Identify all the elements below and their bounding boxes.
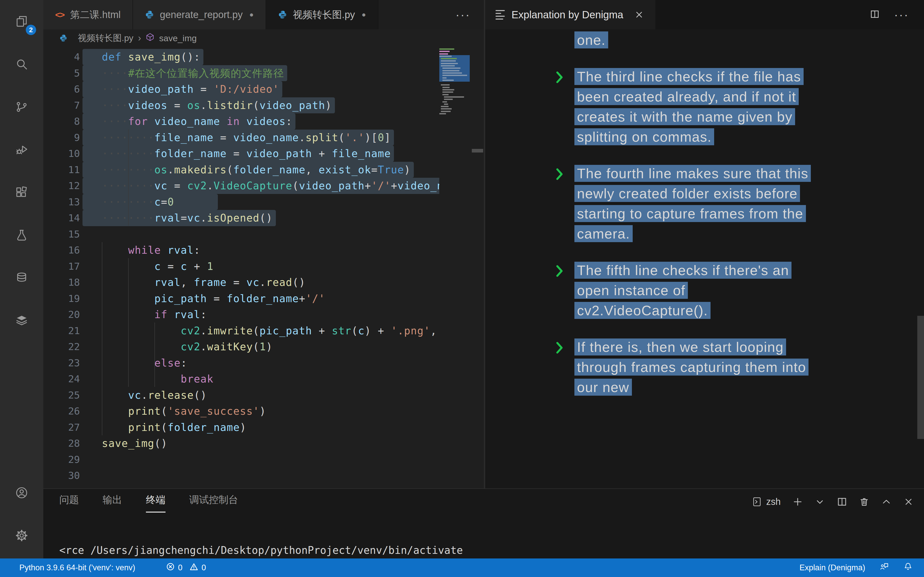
shell-label: zsh xyxy=(766,496,781,507)
indent-guide xyxy=(128,258,129,387)
code-line-10: 10········folder_name = video_path + fil… xyxy=(43,145,484,162)
active-terminal-zsh[interactable]: zsh xyxy=(752,496,781,507)
tab-generate_report.py[interactable]: generate_report.py● xyxy=(133,0,266,29)
activity-bar-item-layers[interactable] xyxy=(0,299,43,342)
indent-guide xyxy=(154,322,155,387)
symbol-namespace-icon xyxy=(146,33,154,44)
code-line-12: 12········vc = cv2.VideoCapture(video_pa… xyxy=(43,178,484,194)
explanation-paragraph: one. xyxy=(574,30,899,50)
bullet-chevron-icon xyxy=(554,69,565,84)
activity-bar-item-search[interactable] xyxy=(0,43,43,85)
tab-bar-tabs: <>第二课.htmlgenerate_report.py●视频转长图.py● xyxy=(43,0,378,29)
code-lines: 4def save_img():5····#在这个位置输入视频的文件路径6···… xyxy=(43,47,484,484)
explanation-paragraph: The third line checks if the file has be… xyxy=(574,66,899,147)
explanation-paragraph: The fifth line checks if there's an open… xyxy=(574,260,899,321)
activity-bar-top: 2 xyxy=(0,0,43,342)
explanation-panel-tab[interactable]: Explanation by Denigma xyxy=(485,0,655,29)
activity-bar-item-account[interactable] xyxy=(0,471,43,514)
html-file-icon: <> xyxy=(55,10,65,20)
activity-bar-item-extensions[interactable] xyxy=(0,171,43,214)
tab-第二课.html[interactable]: <>第二课.html xyxy=(43,0,133,29)
overview-ruler-marker xyxy=(472,149,483,153)
search-icon xyxy=(15,58,28,71)
indent-guide xyxy=(102,242,102,435)
terminal-dropdown-button[interactable] xyxy=(815,496,825,507)
code-line-25: 25 vc.release() xyxy=(43,387,484,403)
minimap-bars xyxy=(439,48,471,114)
activity-bar-bottom xyxy=(0,471,43,557)
code-line-7: 7····videos = os.listdir(video_path) xyxy=(43,97,484,114)
code-line-11: 11········os.makedirs(folder_name, exist… xyxy=(43,162,484,178)
explain-denigma-status[interactable]: Explain (Denigma) xyxy=(800,563,865,572)
breadcrumb-file[interactable]: 视频转长图.py xyxy=(78,32,133,44)
explanation-panel-header: Explanation by Denigma ··· xyxy=(485,0,924,29)
terminal-tab-输出[interactable]: 输出 xyxy=(103,493,122,513)
editor-group[interactable]: <>第二课.htmlgenerate_report.py●视频转长图.py● ·… xyxy=(43,0,484,488)
warning-count: 0 xyxy=(202,563,206,572)
python-file-icon xyxy=(145,10,154,19)
breadcrumb-symbol[interactable]: save_img xyxy=(159,33,197,43)
editor-scrollbar[interactable] xyxy=(471,47,484,488)
code-editor[interactable]: 4def save_img():5····#在这个位置输入视频的文件路径6···… xyxy=(43,47,484,488)
code-line-8: 8····for video_name in videos: xyxy=(43,113,484,130)
code-line-21: 21 cv2.imwrite(pic_path + str(c) + '.png… xyxy=(43,323,484,339)
indent-guide xyxy=(128,129,129,226)
activity-bar-item-settings-gear[interactable] xyxy=(0,514,43,557)
code-line-5: 5····#在这个位置输入视频的文件路径 xyxy=(43,65,484,81)
code-line-18: 18 rval, frame = vc.read() xyxy=(43,274,484,290)
explanation-paragraph: If there is, then we start looping throu… xyxy=(574,337,899,397)
code-line-27: 27 print(folder_name) xyxy=(43,419,484,435)
split-editor-icon[interactable] xyxy=(870,9,880,20)
bullet-chevron-icon xyxy=(554,340,565,355)
terminal-tab-终端[interactable]: 终端 xyxy=(146,493,165,513)
code-line-15: 15 xyxy=(43,226,484,242)
minimap[interactable] xyxy=(439,47,471,488)
feedback-icon[interactable] xyxy=(880,562,889,574)
maximize-panel-button[interactable] xyxy=(881,496,892,507)
code-line-16: 16 while rval: xyxy=(43,242,484,258)
close-panel-button[interactable] xyxy=(903,496,914,507)
highlighted-text: one. xyxy=(574,31,608,48)
breadcrumb[interactable]: 视频转长图.py › save_img xyxy=(43,29,484,47)
terminal-tab-问题[interactable]: 问题 xyxy=(59,493,79,513)
code-line-29: 29 xyxy=(43,451,484,468)
activity-bar-item-source-control[interactable] xyxy=(0,85,43,128)
code-line-20: 20 if rval: xyxy=(43,306,484,323)
code-line-13: 13········c=0 xyxy=(43,194,484,210)
code-line-24: 24 break xyxy=(43,371,484,387)
explorer-badge: 2 xyxy=(26,25,36,35)
tab-视频转长图.py[interactable]: 视频转长图.py● xyxy=(266,0,378,29)
kill-terminal-button[interactable] xyxy=(859,496,869,507)
activity-bar-item-run-debug[interactable] xyxy=(0,128,43,171)
activity-bar-item-testing[interactable] xyxy=(0,214,43,256)
bullet-chevron-icon xyxy=(554,263,565,278)
activity-bar: 2 xyxy=(0,0,43,558)
highlighted-text: If there is, then we start looping throu… xyxy=(574,338,809,396)
explorer-icon xyxy=(15,15,28,28)
activity-bar-item-database[interactable] xyxy=(0,256,43,299)
code-line-6: 6····video_path = 'D:/video' xyxy=(43,81,484,97)
close-icon[interactable] xyxy=(634,10,644,19)
python-file-icon xyxy=(59,34,68,42)
source-control-icon xyxy=(15,100,28,113)
code-line-26: 26 print('save_success') xyxy=(43,403,484,419)
database-icon xyxy=(15,271,28,284)
settings-gear-icon xyxy=(15,529,28,542)
terminal-line: <rce /Users/jiangchengchi/Desktop/python… xyxy=(59,544,593,556)
new-terminal-button[interactable] xyxy=(793,496,803,507)
code-line-28: 28save_img() xyxy=(43,435,484,451)
error-icon xyxy=(166,562,174,573)
tab-label: 第二课.html xyxy=(70,8,121,21)
tab-label: 视频转长图.py xyxy=(293,8,355,21)
panel-scrollbar-thumb[interactable] xyxy=(917,316,924,439)
terminal-tab-调试控制台[interactable]: 调试控制台 xyxy=(189,493,238,513)
problems-status[interactable]: 0 0 xyxy=(166,562,206,573)
python-interpreter-status[interactable]: Python 3.9.6 64-bit ('venv': venv) xyxy=(19,563,135,572)
panel-more-actions-button[interactable]: ··· xyxy=(894,8,909,22)
tab-more-actions-button[interactable]: ··· xyxy=(456,0,470,29)
terminal-panel: 问题输出终端调试控制台 zsh <rce /Users/jiangchengch… xyxy=(43,488,924,558)
split-terminal-button[interactable] xyxy=(837,496,847,507)
explanation-panel-title: Explanation by Denigma xyxy=(512,9,624,21)
bell-icon[interactable] xyxy=(903,562,913,574)
activity-bar-item-explorer[interactable]: 2 xyxy=(0,0,43,43)
